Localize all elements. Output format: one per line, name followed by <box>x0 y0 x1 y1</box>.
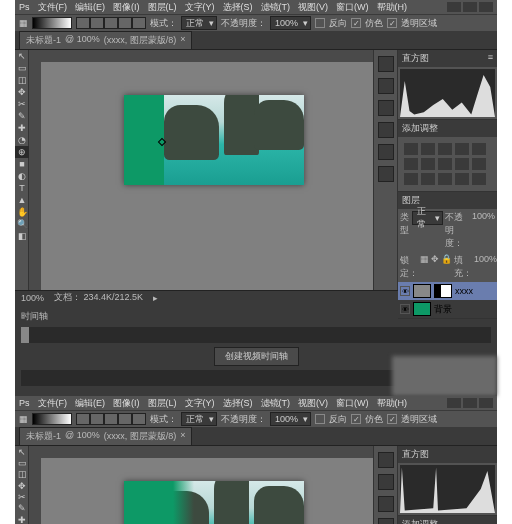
move-tool[interactable]: ↖ <box>15 446 29 457</box>
mode-dropdown[interactable]: 正常 <box>181 412 217 426</box>
canvas[interactable] <box>124 95 304 185</box>
gradient-diamond[interactable] <box>132 413 146 425</box>
minimize-button[interactable] <box>447 398 461 408</box>
adj-invert-icon[interactable] <box>404 173 418 185</box>
gradient-radial[interactable] <box>90 17 104 29</box>
eyedropper-tool[interactable]: ✂ <box>15 98 29 110</box>
menu-window[interactable]: 窗口(W) <box>336 1 369 14</box>
create-timeline-button[interactable]: 创建视频时间轴 <box>214 347 299 366</box>
layer-thumb[interactable] <box>413 302 431 316</box>
marquee-tool[interactable]: ▭ <box>15 62 29 74</box>
panel-menu-icon[interactable]: ≡ <box>488 52 493 65</box>
menu-filter[interactable]: 滤镜(T) <box>261 397 291 410</box>
lock-all-icon[interactable]: 🔒 <box>441 254 452 280</box>
transparency-checkbox[interactable] <box>387 18 397 28</box>
mode-dropdown[interactable]: 正常 <box>181 16 217 30</box>
dock-history-icon[interactable] <box>378 518 394 524</box>
dock-nav-icon[interactable] <box>378 452 394 468</box>
close-button[interactable] <box>479 398 493 408</box>
lasso-tool[interactable]: ◫ <box>15 74 29 86</box>
menu-file[interactable]: 文件(F) <box>38 397 68 410</box>
tab-close-icon[interactable]: × <box>180 430 185 443</box>
gradient-reflected[interactable] <box>118 413 132 425</box>
adjustments-panel-head[interactable]: 添加调整 <box>398 516 497 524</box>
move-tool[interactable]: ↖ <box>15 50 29 62</box>
opacity-dropdown[interactable]: 100% <box>270 16 311 30</box>
adj-thresh-icon[interactable] <box>438 173 452 185</box>
dock-color-icon[interactable] <box>378 78 394 94</box>
adj-levels-icon[interactable] <box>421 143 435 155</box>
menu-type[interactable]: 文字(Y) <box>185 1 215 14</box>
menu-window[interactable]: 窗口(W) <box>336 397 369 410</box>
menu-help[interactable]: 帮助(H) <box>377 1 408 14</box>
gradient-angle[interactable] <box>104 17 118 29</box>
marquee-tool[interactable]: ▭ <box>15 457 29 468</box>
menu-filter[interactable]: 滤镜(T) <box>261 1 291 14</box>
gradient-linear[interactable] <box>76 17 90 29</box>
lasso-tool[interactable]: ◫ <box>15 469 29 480</box>
healing-tool[interactable]: ✚ <box>15 122 29 134</box>
layer-mask-thumb[interactable] <box>434 284 452 298</box>
adj-gradmap-icon[interactable] <box>455 173 469 185</box>
adj-lut-icon[interactable] <box>472 158 486 170</box>
menu-layer[interactable]: 图层(L) <box>148 1 177 14</box>
crop-tool[interactable]: ✥ <box>15 480 29 491</box>
tab-close-icon[interactable]: × <box>180 34 185 47</box>
eyedropper-tool[interactable]: ✂ <box>15 491 29 502</box>
dock-swatch-icon[interactable] <box>378 496 394 512</box>
layers-panel-head[interactable]: 图层 <box>398 192 497 209</box>
menu-select[interactable]: 选择(S) <box>223 1 253 14</box>
lock-position-icon[interactable]: ✥ <box>431 254 439 280</box>
reverse-checkbox[interactable] <box>315 414 325 424</box>
canvas-area[interactable] <box>29 446 373 524</box>
timeline-track[interactable] <box>21 327 491 343</box>
dock-paragraph-icon[interactable] <box>378 166 394 182</box>
gradient-picker[interactable] <box>32 413 72 425</box>
zoom-tool[interactable]: 🔍 <box>15 218 29 230</box>
layer-row-1[interactable]: 👁 xxxx <box>398 282 497 300</box>
menu-layer[interactable]: 图层(L) <box>148 397 177 410</box>
menu-image[interactable]: 图像(I) <box>113 1 140 14</box>
timeline-playhead[interactable] <box>21 327 29 343</box>
fg-bg-swatch[interactable]: ◧ <box>15 230 29 242</box>
layer-name[interactable]: xxxx <box>455 286 473 296</box>
status-zoom[interactable]: 100% <box>21 293 44 303</box>
hand-tool[interactable]: ✋ <box>15 206 29 218</box>
adj-bw-icon[interactable] <box>421 158 435 170</box>
dock-swatch-icon[interactable] <box>378 100 394 116</box>
histogram-panel-head[interactable]: 直方图 ≡ <box>398 50 497 67</box>
menu-select[interactable]: 选择(S) <box>223 397 253 410</box>
layer-row-2[interactable]: 👁 背景 <box>398 300 497 318</box>
canvas[interactable] <box>124 481 304 524</box>
type-tool[interactable]: T <box>15 182 29 194</box>
adj-mixer-icon[interactable] <box>455 158 469 170</box>
gradient-tool-icon[interactable]: ▦ <box>19 18 28 28</box>
menu-file[interactable]: 文件(F) <box>38 1 68 14</box>
eraser-tool[interactable]: ■ <box>15 158 29 170</box>
fill-value[interactable]: 100% <box>474 254 497 280</box>
gradient-picker[interactable] <box>32 17 72 29</box>
reverse-checkbox[interactable] <box>315 18 325 28</box>
dock-color-icon[interactable] <box>378 474 394 490</box>
adj-curves-icon[interactable] <box>438 143 452 155</box>
adj-photo-icon[interactable] <box>438 158 452 170</box>
dither-checkbox[interactable] <box>351 18 361 28</box>
adjustments-panel-head[interactable]: 添加调整 <box>398 120 497 137</box>
gradient-tool-icon[interactable]: ▦ <box>19 414 28 424</box>
pen-tool[interactable]: ▲ <box>15 194 29 206</box>
clone-tool[interactable]: ◔ <box>15 134 29 146</box>
layer-thumb[interactable] <box>413 284 431 298</box>
gradient-linear[interactable] <box>76 413 90 425</box>
adj-brightness-icon[interactable] <box>404 143 418 155</box>
dock-actions-icon[interactable] <box>378 144 394 160</box>
gradient-radial[interactable] <box>90 413 104 425</box>
menu-view[interactable]: 视图(V) <box>298 1 328 14</box>
gradient-tool[interactable]: ⊕ <box>15 146 29 158</box>
document-tab[interactable]: 未标题-1 @ 100% (xxxx, 图层蒙版/8) × <box>19 31 192 50</box>
adj-exposure-icon[interactable] <box>455 143 469 155</box>
lock-pixels-icon[interactable]: ▦ <box>420 254 429 280</box>
menu-edit[interactable]: 编辑(E) <box>75 1 105 14</box>
healing-tool[interactable]: ✚ <box>15 514 29 524</box>
menu-view[interactable]: 视图(V) <box>298 397 328 410</box>
document-tab[interactable]: 未标题-1 @ 100% (xxxx, 图层蒙版/8) × <box>19 427 192 446</box>
